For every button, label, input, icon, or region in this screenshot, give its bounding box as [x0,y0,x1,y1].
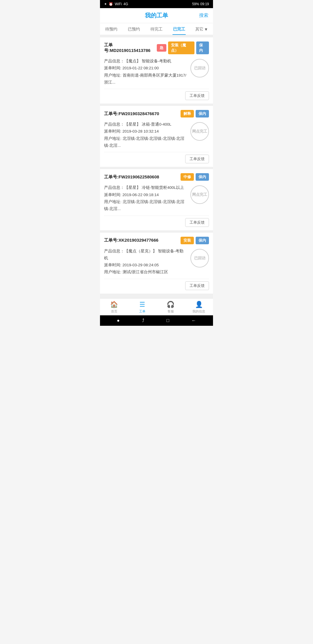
myinfo-icon: 👤 [195,301,203,308]
nav-item-home[interactable]: 🏠首页 [100,301,128,314]
card-body: 产品信息：【星星】 冷链-智能货柜400L以上 派单时间: 2019-06-22… [104,184,209,212]
order-number: 工单号:XK20190329477666 [104,238,159,243]
card-footer: 工单反馈 [104,216,209,230]
search-button[interactable]: 搜索 [199,12,208,19]
battery-text: 59% [192,2,199,6]
card-footer: 工单反馈 [104,89,209,104]
system-dot: ● [117,318,120,323]
status-bar-right: 59% 09:19 [192,2,209,6]
user-address: 用户地址: 首南街道-南部商务区罗蒙大厦1917/浙江... [104,72,188,86]
feedback-button[interactable]: 工单反馈 [185,91,209,100]
tab-pending-completion[interactable]: 待完工 [145,23,168,35]
badge-warranty: 保内 [196,41,209,54]
user-address: 用户地址: 北滘镇-北滘镇-北滘镇-北滘镇-北滘镇-北滘... [104,198,188,213]
user-address: 用户地址: 北滘镇-北滘镇-北滘镇-北滘镇-北滘镇-北滘... [104,135,188,149]
status-stamp: 网点完工 [190,122,209,141]
myinfo-label: 我的信息 [192,309,205,314]
card-header: 工单号:XK20190329477666安装保内 [104,237,209,244]
badge-install: 安装（魔点） [168,41,195,54]
bluetooth-icon: ✦ [104,2,107,6]
card-footer: 工单反馈 [104,152,209,167]
tab-completed[interactable]: 已完工 [168,23,190,35]
work-order-list: 工单号:MD20190115413786急安装（魔点）保内 产品信息：【魔点】 … [100,35,213,298]
nav-item-myinfo[interactable]: 👤我的信息 [185,301,213,314]
card-footer: 工单反馈 [104,279,209,294]
chevron-down-icon: ▼ [204,27,208,32]
badge-urgent: 急 [157,44,166,52]
work-order-card: 工单号:FW20190622580608中修保内 产品信息：【星星】 冷链-智能… [100,169,213,230]
dispatch-time: 派单时间: 2019-03-29 08:24:05 [104,262,188,269]
order-badges: 安装保内 [181,237,209,244]
feedback-button[interactable]: 工单反馈 [185,218,209,227]
system-recent-icon[interactable]: ← [192,318,196,323]
card-header: 工单号:FW20190622580608中修保内 [104,173,209,181]
dispatch-time: 派单时间: 2019-03-28 10:32:14 [104,128,188,135]
tab-bar: 待预约 已预约 待完工 已完工 其它 ▼ [100,23,213,35]
work-order-card: 工单号:MD20190115413786急安装（魔点）保内 产品信息：【魔点】 … [100,37,213,104]
network-icon: 4G [123,2,128,6]
nav-item-service[interactable]: 🎧客服 [156,301,185,314]
system-back-icon[interactable]: ⤴ [142,318,144,323]
badge-warranty: 保内 [196,173,209,181]
dispatch-time: 派单时间: 2019-01-22 08:21:00 [104,65,188,72]
badge-warranty: 保内 [196,237,209,244]
product-info: 产品信息：【魔点（星克）】 智能设备-考勤机 [104,248,188,262]
tab-other[interactable]: 其它 ▼ [190,23,213,35]
service-icon: 🎧 [167,301,174,308]
alarm-icon: ⏰ [109,2,113,6]
workorder-label: 工单 [139,309,145,314]
home-icon: 🏠 [110,301,118,308]
status-stamp: 已回访 [190,59,209,77]
status-stamp: 网点完工 [190,185,209,204]
product-info: 产品信息：【星星】 冷链-智能货柜400L以上 [104,184,188,191]
card-header: 工单号:MD20190115413786急安装（魔点）保内 [104,41,209,54]
tab-pending-appointment[interactable]: 待预约 [100,23,123,35]
badge-warranty: 保内 [196,110,209,117]
page-title: 我的工单 [145,12,168,19]
order-badges: 解释保内 [181,110,209,117]
nav-item-workorder[interactable]: ☰工单 [128,301,157,314]
feedback-button[interactable]: 工单反馈 [185,281,209,290]
card-info: 产品信息：【魔点】 智能设备-考勤机 派单时间: 2019-01-22 08:2… [104,58,188,86]
service-label: 客服 [168,309,174,314]
card-body: 产品信息：【魔点】 智能设备-考勤机 派单时间: 2019-01-22 08:2… [104,58,209,86]
home-label: 首页 [111,309,117,314]
time-text: 09:19 [200,2,209,6]
workorder-icon: ☰ [139,301,145,308]
tab-appointed[interactable]: 已预约 [123,23,145,35]
product-info: 产品信息：【魔点】 智能设备-考勤机 [104,58,188,65]
status-bar: ✦ ⏰ WiFi 4G 59% 09:19 [100,0,213,8]
status-bar-left: ✦ ⏰ WiFi 4G [104,2,128,6]
card-info: 产品信息：【星星】 冰箱-普通0-400L 派单时间: 2019-03-28 1… [104,121,188,149]
card-body: 产品信息：【魔点（星克）】 智能设备-考勤机 派单时间: 2019-03-29 … [104,248,209,276]
order-badges: 中修保内 [181,173,209,181]
order-number: 工单号:FW20190328476670 [104,111,159,117]
feedback-button[interactable]: 工单反馈 [185,155,209,163]
user-address: 用户地址: 测试/浙江省台州市椒江区 [104,269,188,276]
badge-explain: 解释 [181,110,194,117]
status-stamp: 已回访 [190,249,209,267]
header: 我的工单 搜索 [100,8,213,23]
card-body: 产品信息：【星星】 冰箱-普通0-400L 派单时间: 2019-03-28 1… [104,121,209,149]
order-badges: 急安装（魔点）保内 [157,41,209,54]
dispatch-time: 派单时间: 2019-06-22 09:18:14 [104,191,188,198]
work-order-card: 工单号:XK20190329477666安装保内 产品信息：【魔点（星克）】 智… [100,233,213,294]
order-number: 工单号:FW20190622580608 [104,174,159,180]
system-home-icon[interactable]: □ [166,318,169,323]
bottom-navigation: 🏠首页☰工单🎧客服👤我的信息 [100,298,213,315]
system-nav-bar: ● ⤴ □ ← [100,315,213,326]
wifi-icon: WiFi [115,2,122,6]
work-order-card: 工单号:FW20190328476670解释保内 产品信息：【星星】 冰箱-普通… [100,106,213,167]
badge-mid-repair: 中修 [181,173,194,181]
card-header: 工单号:FW20190328476670解释保内 [104,110,209,117]
card-info: 产品信息：【星星】 冷链-智能货柜400L以上 派单时间: 2019-06-22… [104,184,188,212]
product-info: 产品信息：【星星】 冰箱-普通0-400L [104,121,188,128]
badge-install: 安装 [181,237,194,244]
card-info: 产品信息：【魔点（星克）】 智能设备-考勤机 派单时间: 2019-03-29 … [104,248,188,276]
order-number: 工单号:MD20190115413786 [104,42,157,53]
